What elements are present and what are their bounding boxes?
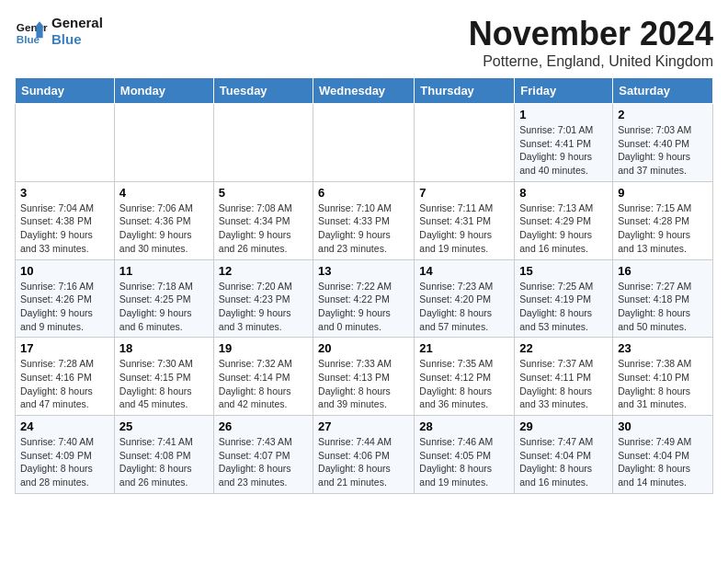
day-number: 12 (219, 264, 308, 278)
logo-general: General (51, 15, 103, 31)
day-header-saturday: Saturday (613, 78, 713, 104)
day-number: 24 (20, 419, 109, 433)
day-header-thursday: Thursday (415, 78, 515, 104)
day-header-friday: Friday (515, 78, 613, 104)
calendar-cell (213, 104, 313, 182)
day-info: Sunrise: 7:20 AM Sunset: 4:23 PM Dayligh… (219, 280, 308, 334)
day-info: Sunrise: 7:15 AM Sunset: 4:28 PM Dayligh… (618, 201, 708, 256)
day-number: 21 (419, 341, 509, 355)
location-subtitle: Potterne, England, United Kingdom (469, 53, 713, 70)
day-number: 15 (519, 264, 608, 278)
calendar-header-row: SundayMondayTuesdayWednesdayThursdayFrid… (16, 78, 713, 104)
day-number: 14 (419, 264, 509, 278)
day-info: Sunrise: 7:37 AM Sunset: 4:11 PM Dayligh… (519, 357, 608, 411)
calendar-cell: 7Sunrise: 7:11 AM Sunset: 4:31 PM Daylig… (415, 181, 515, 259)
calendar-cell: 14Sunrise: 7:23 AM Sunset: 4:20 PM Dayli… (415, 259, 515, 338)
day-info: Sunrise: 7:44 AM Sunset: 4:06 PM Dayligh… (318, 435, 409, 489)
day-number: 3 (20, 186, 109, 200)
week-row-2: 3Sunrise: 7:04 AM Sunset: 4:38 PM Daylig… (16, 181, 713, 259)
calendar-cell: 17Sunrise: 7:28 AM Sunset: 4:16 PM Dayli… (16, 338, 115, 416)
day-number: 19 (219, 341, 308, 355)
calendar-cell: 19Sunrise: 7:32 AM Sunset: 4:14 PM Dayli… (213, 338, 313, 416)
day-info: Sunrise: 7:32 AM Sunset: 4:14 PM Dayligh… (219, 357, 308, 411)
day-info: Sunrise: 7:03 AM Sunset: 4:40 PM Dayligh… (618, 123, 708, 178)
calendar-cell: 29Sunrise: 7:47 AM Sunset: 4:04 PM Dayli… (515, 416, 613, 494)
day-info: Sunrise: 7:38 AM Sunset: 4:10 PM Dayligh… (618, 357, 708, 411)
day-info: Sunrise: 7:16 AM Sunset: 4:26 PM Dayligh… (20, 280, 109, 334)
day-number: 13 (318, 264, 409, 278)
day-number: 5 (219, 186, 308, 200)
week-row-4: 17Sunrise: 7:28 AM Sunset: 4:16 PM Dayli… (16, 338, 713, 416)
day-info: Sunrise: 7:43 AM Sunset: 4:07 PM Dayligh… (219, 435, 308, 489)
day-number: 10 (20, 264, 109, 278)
day-number: 20 (318, 341, 409, 355)
calendar-cell (16, 104, 115, 182)
calendar-cell: 6Sunrise: 7:10 AM Sunset: 4:33 PM Daylig… (313, 181, 415, 259)
week-row-5: 24Sunrise: 7:40 AM Sunset: 4:09 PM Dayli… (16, 416, 713, 494)
calendar-cell: 15Sunrise: 7:25 AM Sunset: 4:19 PM Dayli… (515, 259, 613, 338)
day-info: Sunrise: 7:47 AM Sunset: 4:04 PM Dayligh… (519, 435, 608, 489)
calendar-cell: 26Sunrise: 7:43 AM Sunset: 4:07 PM Dayli… (213, 416, 313, 494)
calendar-cell (114, 104, 213, 182)
day-info: Sunrise: 7:41 AM Sunset: 4:08 PM Dayligh… (119, 435, 209, 489)
logo: General Blue General Blue (15, 15, 103, 48)
day-number: 4 (119, 186, 209, 200)
day-info: Sunrise: 7:33 AM Sunset: 4:13 PM Dayligh… (318, 357, 409, 411)
day-info: Sunrise: 7:23 AM Sunset: 4:20 PM Dayligh… (419, 280, 509, 334)
day-number: 8 (519, 186, 608, 200)
day-info: Sunrise: 7:11 AM Sunset: 4:31 PM Dayligh… (419, 201, 509, 256)
calendar-cell: 3Sunrise: 7:04 AM Sunset: 4:38 PM Daylig… (16, 181, 115, 259)
day-info: Sunrise: 7:30 AM Sunset: 4:15 PM Dayligh… (119, 357, 209, 411)
day-header-wednesday: Wednesday (313, 78, 415, 104)
calendar-cell (415, 104, 515, 182)
day-header-monday: Monday (114, 78, 213, 104)
day-number: 11 (119, 264, 209, 278)
day-info: Sunrise: 7:28 AM Sunset: 4:16 PM Dayligh… (20, 357, 109, 411)
calendar-cell: 13Sunrise: 7:22 AM Sunset: 4:22 PM Dayli… (313, 259, 415, 338)
calendar-cell: 12Sunrise: 7:20 AM Sunset: 4:23 PM Dayli… (213, 259, 313, 338)
calendar-table: SundayMondayTuesdayWednesdayThursdayFrid… (15, 77, 713, 494)
day-number: 29 (519, 419, 608, 433)
logo-icon: General Blue (15, 15, 48, 48)
calendar-cell: 24Sunrise: 7:40 AM Sunset: 4:09 PM Dayli… (16, 416, 115, 494)
day-number: 18 (119, 341, 209, 355)
calendar-cell: 25Sunrise: 7:41 AM Sunset: 4:08 PM Dayli… (114, 416, 213, 494)
calendar-cell: 22Sunrise: 7:37 AM Sunset: 4:11 PM Dayli… (515, 338, 613, 416)
day-info: Sunrise: 7:06 AM Sunset: 4:36 PM Dayligh… (119, 201, 209, 256)
calendar-cell: 27Sunrise: 7:44 AM Sunset: 4:06 PM Dayli… (313, 416, 415, 494)
calendar-cell: 21Sunrise: 7:35 AM Sunset: 4:12 PM Dayli… (415, 338, 515, 416)
day-info: Sunrise: 7:04 AM Sunset: 4:38 PM Dayligh… (20, 201, 109, 256)
calendar-cell: 28Sunrise: 7:46 AM Sunset: 4:05 PM Dayli… (415, 416, 515, 494)
day-info: Sunrise: 7:25 AM Sunset: 4:19 PM Dayligh… (519, 280, 608, 334)
calendar-cell: 16Sunrise: 7:27 AM Sunset: 4:18 PM Dayli… (613, 259, 713, 338)
calendar-cell: 4Sunrise: 7:06 AM Sunset: 4:36 PM Daylig… (114, 181, 213, 259)
day-number: 9 (618, 186, 708, 200)
day-number: 23 (618, 341, 708, 355)
title-block: November 2024 Potterne, England, United … (469, 15, 713, 70)
day-header-tuesday: Tuesday (213, 78, 313, 104)
logo-blue: Blue (51, 31, 103, 48)
day-number: 27 (318, 419, 409, 433)
day-info: Sunrise: 7:13 AM Sunset: 4:29 PM Dayligh… (519, 201, 608, 256)
calendar-cell: 9Sunrise: 7:15 AM Sunset: 4:28 PM Daylig… (613, 181, 713, 259)
day-info: Sunrise: 7:46 AM Sunset: 4:05 PM Dayligh… (419, 435, 509, 489)
calendar-cell: 2Sunrise: 7:03 AM Sunset: 4:40 PM Daylig… (613, 104, 713, 182)
day-info: Sunrise: 7:22 AM Sunset: 4:22 PM Dayligh… (318, 280, 409, 334)
day-number: 16 (618, 264, 708, 278)
calendar-cell: 10Sunrise: 7:16 AM Sunset: 4:26 PM Dayli… (16, 259, 115, 338)
calendar-body: 1Sunrise: 7:01 AM Sunset: 4:41 PM Daylig… (16, 104, 713, 494)
day-number: 1 (519, 108, 608, 121)
calendar-cell: 1Sunrise: 7:01 AM Sunset: 4:41 PM Daylig… (515, 104, 613, 182)
calendar-cell: 11Sunrise: 7:18 AM Sunset: 4:25 PM Dayli… (114, 259, 213, 338)
day-info: Sunrise: 7:18 AM Sunset: 4:25 PM Dayligh… (119, 280, 209, 334)
calendar-cell: 23Sunrise: 7:38 AM Sunset: 4:10 PM Dayli… (613, 338, 713, 416)
day-number: 17 (20, 341, 109, 355)
day-number: 30 (618, 419, 708, 433)
calendar-cell: 5Sunrise: 7:08 AM Sunset: 4:34 PM Daylig… (213, 181, 313, 259)
day-number: 25 (119, 419, 209, 433)
svg-text:General: General (17, 21, 48, 33)
calendar-cell: 8Sunrise: 7:13 AM Sunset: 4:29 PM Daylig… (515, 181, 613, 259)
day-info: Sunrise: 7:49 AM Sunset: 4:04 PM Dayligh… (618, 435, 708, 489)
day-header-sunday: Sunday (16, 78, 115, 104)
calendar-cell: 30Sunrise: 7:49 AM Sunset: 4:04 PM Dayli… (613, 416, 713, 494)
